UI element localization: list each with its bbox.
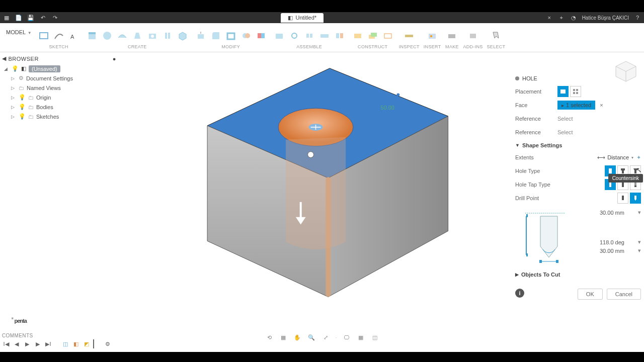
section-objects-to-cut[interactable]: ▶Objects To Cut [515, 272, 641, 278]
info-icon[interactable]: i [515, 289, 524, 298]
svg-rect-21 [336, 33, 339, 38]
press-pull-icon[interactable] [194, 28, 208, 43]
tl-feature-sketch[interactable]: ◫ [61, 340, 69, 348]
node-doc-settings[interactable]: ▷⚙Document Settings [2, 73, 116, 83]
hole-icon[interactable] [145, 28, 159, 43]
plane-offset-icon[interactable] [366, 28, 380, 43]
add-tab-icon[interactable]: + [558, 14, 565, 21]
group-modify: MODIFY [194, 25, 268, 49]
select-icon[interactable] [489, 28, 503, 43]
insert-icon[interactable] [425, 28, 439, 43]
make-icon[interactable] [445, 28, 459, 43]
tl-play-icon[interactable]: ▶ [23, 340, 31, 348]
tl-fwd-icon[interactable]: ▶ [34, 340, 42, 348]
group-assemble: ASSEMBLE [272, 25, 347, 49]
svg-rect-10 [198, 34, 204, 39]
doc-tab[interactable]: ◧ Untitled* [281, 13, 324, 23]
node-origin[interactable]: ▷💡🗀Origin [2, 93, 116, 102]
combine-icon[interactable] [239, 28, 253, 43]
section-shape-settings[interactable]: ▼Shape Settings [515, 142, 641, 148]
placement-sketch-opt[interactable] [570, 86, 581, 97]
svg-rect-48 [576, 89, 578, 91]
svg-rect-50 [576, 92, 578, 94]
new-component-icon[interactable] [272, 28, 286, 43]
addins-icon[interactable] [466, 28, 480, 43]
svg-rect-15 [261, 33, 265, 38]
dim-depth[interactable]: 30.00 mm▾ [571, 209, 641, 216]
node-named-views[interactable]: ▷🗀Named Views [2, 83, 116, 93]
face-selection-chip[interactable]: ▸1 selected [557, 101, 595, 110]
reference-select-2[interactable]: Select [557, 129, 573, 135]
row-face: Face ▸1 selected × [515, 99, 641, 111]
svg-rect-16 [276, 34, 283, 39]
tl-marker[interactable] [93, 339, 101, 348]
svg-rect-60 [539, 260, 542, 263]
group-inspect: INSPECT [399, 25, 420, 49]
extents-dropdown[interactable]: ⟷ Distance ▾ [597, 154, 633, 161]
svg-point-13 [245, 33, 250, 38]
group-insert: INSERT [424, 25, 441, 49]
appearance-icon[interactable] [254, 28, 268, 43]
extrude-icon[interactable] [85, 28, 99, 43]
drillpoint-angle[interactable] [630, 193, 641, 204]
comments-label[interactable]: COMMENTS [2, 333, 642, 338]
panel-header[interactable]: HOLE [515, 75, 641, 81]
rib-icon[interactable] [160, 28, 175, 43]
tooltip-countersink: Countersink [608, 174, 643, 183]
tl-feature-fillet[interactable]: ◩ [83, 340, 91, 348]
file-new-icon[interactable]: 📄 [15, 14, 22, 21]
sketch-rectangle-icon[interactable] [37, 28, 51, 43]
plane-icon[interactable] [351, 28, 365, 43]
data-panel-icon[interactable]: ▦ [3, 14, 10, 21]
tl-start-icon[interactable]: I◀ [2, 340, 10, 348]
tl-feature-extrude[interactable]: ◧ [72, 340, 80, 348]
group-label-inspect: INSPECT [399, 44, 420, 49]
cancel-button[interactable]: Cancel [607, 289, 641, 300]
axis-icon[interactable] [381, 28, 395, 43]
dim-diameter[interactable]: 30.00 mm▾ [571, 247, 641, 254]
placement-face-opt[interactable] [557, 86, 569, 97]
watermark-logo: ·penta [10, 307, 27, 327]
sweep-icon[interactable] [115, 28, 129, 43]
extents-flip-icon[interactable]: ✦ [636, 154, 641, 161]
sketch-line-icon[interactable] [52, 28, 66, 43]
help-icon[interactable]: ? [634, 14, 641, 21]
revolve-icon[interactable] [100, 28, 114, 43]
joint-icon[interactable] [287, 28, 301, 43]
viewport[interactable]: 50.00 [118, 52, 513, 332]
save-icon[interactable]: 💾 [27, 14, 34, 21]
redo-icon[interactable]: ↷ [51, 14, 58, 21]
node-unsaved[interactable]: ◢💡◧(Unsaved) [2, 64, 116, 73]
rigid-group-icon[interactable] [317, 28, 332, 43]
workspace-switcher[interactable]: MODEL ▼ [3, 25, 35, 39]
browser-header[interactable]: ◀BROWSER● [2, 55, 116, 62]
measure-icon[interactable] [402, 28, 416, 43]
ok-button[interactable]: OK [578, 289, 603, 300]
user-name[interactable]: Hatice Büşra ÇAKICI [582, 15, 629, 21]
box-icon[interactable] [176, 28, 190, 43]
tl-settings-icon[interactable]: ⚙ [104, 340, 112, 348]
close-tab-icon[interactable]: × [546, 14, 553, 21]
svg-rect-59 [526, 253, 528, 256]
tl-end-icon[interactable]: ▶I [44, 340, 52, 348]
reference-select-1[interactable]: Select [557, 116, 573, 122]
drillpoint-flat[interactable] [617, 193, 628, 204]
tl-back-icon[interactable]: ◀ [13, 340, 21, 348]
group-construct: CONSTRUCT [351, 25, 395, 49]
svg-point-45 [396, 93, 399, 96]
group-sketch: A SKETCH [37, 25, 81, 49]
shell-icon[interactable] [224, 28, 238, 43]
svg-rect-61 [556, 260, 558, 263]
sketch-text-icon[interactable]: A [67, 28, 81, 43]
notifications-icon[interactable]: ◔ [570, 14, 577, 21]
node-bodies[interactable]: ▷💡🗀Bodies [2, 102, 116, 112]
joint-origin-icon[interactable] [302, 28, 316, 43]
dim-angle[interactable]: 118.0 deg▾ [571, 239, 641, 245]
fillet-icon[interactable] [209, 28, 223, 43]
loft-icon[interactable] [130, 28, 144, 43]
row-placement: Placement [515, 85, 641, 98]
clear-face-icon[interactable]: × [600, 102, 603, 108]
contact-set-icon[interactable] [333, 28, 347, 43]
node-sketches[interactable]: ▷💡🗀Sketches [2, 112, 116, 121]
undo-icon[interactable]: ↶ [39, 14, 46, 21]
